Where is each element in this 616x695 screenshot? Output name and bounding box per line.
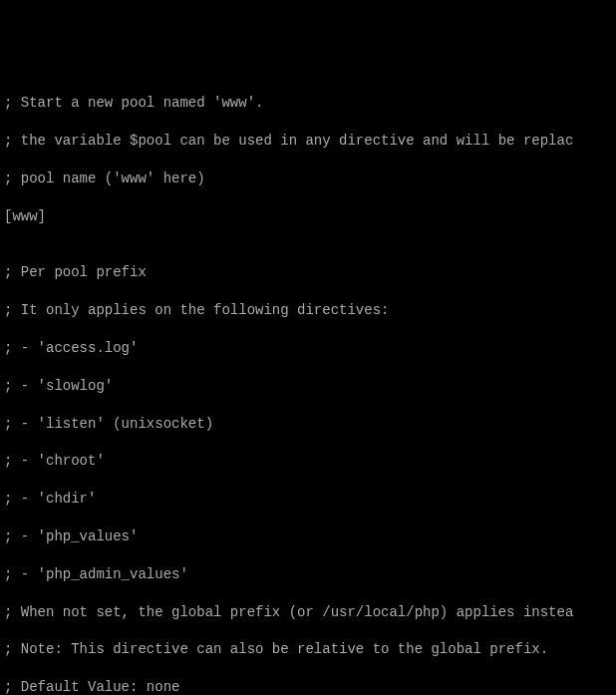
config-line: ; the variable $pool can be used in any … <box>4 132 612 151</box>
config-line: ; When not set, the global prefix (or /u… <box>4 603 612 622</box>
config-line: ; - 'chroot' <box>4 452 612 471</box>
config-line: ; pool name ('www' here) <box>4 170 612 188</box>
config-line: ; - 'chdir' <box>4 490 612 509</box>
pool-section-header: [www] <box>4 207 612 226</box>
config-line: ; It only applies on the following direc… <box>4 301 612 320</box>
terminal-viewport: ; Start a new pool named 'www'. ; the va… <box>0 76 616 695</box>
config-line: ; - 'slowlog' <box>4 377 612 396</box>
config-line: ; Default Value: none <box>4 678 612 695</box>
config-line: ; - 'php_admin_values' <box>4 565 612 584</box>
config-line: ; Per pool prefix <box>4 263 612 282</box>
config-line: ; - 'php_values' <box>4 527 612 546</box>
config-line: ; - 'listen' (unixsocket) <box>4 415 612 434</box>
config-line: ; Note: This directive can also be relat… <box>4 640 612 659</box>
config-line: ; Start a new pool named 'www'. <box>4 94 612 113</box>
config-line: ; - 'access.log' <box>4 339 612 358</box>
